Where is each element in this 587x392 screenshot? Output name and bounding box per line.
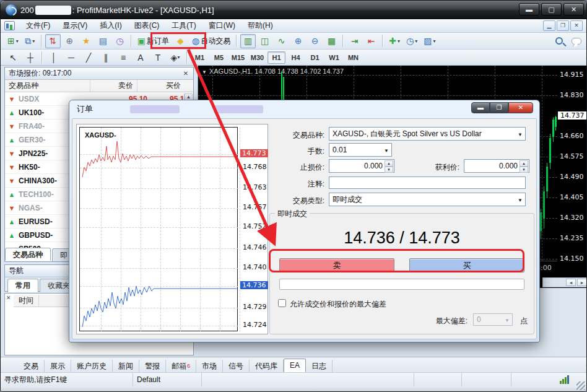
- line-chart-button[interactable]: ∿: [274, 34, 289, 48]
- menu-item-6[interactable]: 帮助(H): [241, 19, 279, 32]
- symbol-select[interactable]: XAGUSD-, 白银美元 Spot Silver vs US Dollar▼: [329, 127, 526, 141]
- spin-up-icon[interactable]: ▲: [520, 160, 528, 167]
- chart-close-button[interactable]: ✕: [570, 20, 583, 31]
- profiles-button[interactable]: ⧉▾: [22, 34, 38, 48]
- indicators-button[interactable]: ✚▾: [386, 34, 402, 48]
- vertical-line-tool[interactable]: │: [46, 51, 62, 64]
- window-close-button[interactable]: ✕: [563, 3, 584, 15]
- new-chart-button[interactable]: ⊞▾: [5, 34, 21, 48]
- expert-library-button[interactable]: ◆: [173, 34, 188, 48]
- column-ask[interactable]: 买价: [137, 80, 185, 92]
- timeframe-M15[interactable]: M15: [229, 51, 247, 64]
- status-profile[interactable]: Default: [133, 373, 202, 386]
- zoom-in-button[interactable]: ⊕: [290, 34, 306, 48]
- periods-button[interactable]: ◷▾: [404, 34, 420, 48]
- horizontal-line-tool[interactable]: ─: [63, 51, 79, 64]
- comment-input[interactable]: [329, 176, 526, 189]
- points-unit-label: 点: [520, 316, 528, 326]
- terminal-tab-邮箱[interactable]: 邮箱6: [166, 360, 196, 372]
- new-order-button[interactable]: ▣新订单: [135, 34, 172, 48]
- stop-loss-stepper[interactable]: 0.000 ▲▼: [329, 159, 394, 173]
- chart-shift-button[interactable]: ⇤: [363, 34, 379, 48]
- max-deviation-checkbox[interactable]: [278, 299, 286, 307]
- terminal-tab-展示[interactable]: 展示: [45, 360, 71, 372]
- cursor-tool[interactable]: ↖: [5, 51, 21, 64]
- resize-grip[interactable]: [576, 381, 585, 390]
- chart-restore-button[interactable]: ❐: [557, 20, 569, 31]
- timeframe-M5[interactable]: M5: [210, 51, 228, 64]
- column-bid[interactable]: 卖价: [90, 80, 137, 92]
- window-maximize-button[interactable]: ▢: [541, 3, 562, 15]
- timeframe-H4[interactable]: H4: [287, 51, 305, 64]
- timeframe-M30[interactable]: M30: [248, 51, 266, 64]
- timeframe-W1[interactable]: W1: [325, 51, 343, 64]
- order-type-select[interactable]: 即时成交▼: [329, 193, 526, 206]
- chart-selector-icon[interactable]: ▼: [202, 69, 207, 75]
- dialog-restore-button[interactable]: ❐: [490, 102, 508, 113]
- auto-scroll-button[interactable]: ⇥: [347, 34, 362, 48]
- candlestick-chart-button[interactable]: ◫: [257, 34, 272, 48]
- buy-button[interactable]: 买: [409, 258, 524, 272]
- channel-tool[interactable]: ∥: [98, 51, 114, 64]
- scroll-right-icon[interactable]: ►: [577, 279, 587, 286]
- menu-item-1[interactable]: 显示(V): [56, 19, 93, 32]
- terminal-close-icon[interactable]: ✕: [6, 295, 11, 301]
- navigator-title: 导航: [9, 266, 24, 276]
- tab-symbols[interactable]: 交易品种: [5, 248, 51, 261]
- shapes-tool[interactable]: ◈▾: [167, 51, 183, 64]
- order-dialog-titlebar[interactable]: 订单 ▬ ❐ ✕: [69, 100, 539, 118]
- data-window-button[interactable]: ▤: [95, 34, 111, 48]
- column-symbol[interactable]: 交易品种: [5, 80, 90, 92]
- search-icon[interactable]: [555, 37, 563, 45]
- text-tool[interactable]: A: [133, 51, 149, 64]
- fibonacci-tool[interactable]: ≡: [115, 51, 131, 64]
- scroll-left-icon[interactable]: ◄: [566, 279, 576, 286]
- terminal-tab-市场[interactable]: 市场: [196, 360, 223, 372]
- timeframe-MN[interactable]: MN: [344, 51, 362, 64]
- zoom-out-button[interactable]: ⊖: [307, 34, 323, 48]
- crosshair-tool[interactable]: ┼: [22, 51, 38, 64]
- auto-trading-button[interactable]: ◍自动交易: [189, 34, 233, 48]
- terminal-tab-账户历史[interactable]: 账户历史: [71, 360, 113, 372]
- window-minimize-button[interactable]: ▬: [519, 3, 539, 15]
- terminal-tab-代码库[interactable]: 代码库: [250, 360, 284, 372]
- dialog-minimize-button[interactable]: ▬: [471, 102, 490, 113]
- timeframe-D1[interactable]: D1: [306, 51, 324, 64]
- timeframe-M1[interactable]: M1: [191, 51, 209, 64]
- lots-select[interactable]: 0.01▼: [329, 143, 392, 157]
- spin-down-icon[interactable]: ▼: [385, 167, 393, 173]
- menu-item-5[interactable]: 窗口(W): [202, 19, 241, 32]
- terminal-tab-日志[interactable]: 日志: [306, 360, 333, 372]
- crosshair-target-button[interactable]: ⊕: [62, 34, 77, 48]
- menu-item-0[interactable]: 文件(F): [20, 19, 56, 32]
- chat-icon[interactable]: [572, 38, 581, 45]
- tick-axis-label: 14.724: [243, 321, 267, 329]
- market-watch-close-icon[interactable]: ✕: [182, 70, 189, 77]
- history-center-button[interactable]: ◷: [112, 34, 128, 48]
- spin-up-icon[interactable]: ▲: [385, 160, 393, 167]
- menu-item-4[interactable]: 工具(T): [165, 19, 202, 32]
- dialog-close-button[interactable]: ✕: [508, 102, 533, 113]
- tick-updown-button[interactable]: ⇅: [45, 34, 61, 48]
- trendline-tool[interactable]: ╱: [80, 51, 97, 64]
- templates-button[interactable]: ▨▾: [421, 34, 438, 48]
- chart-scrollbar[interactable]: ◄ ►: [542, 277, 587, 287]
- sell-button[interactable]: 卖: [279, 258, 394, 272]
- menu-item-2[interactable]: 插入(I): [93, 19, 128, 32]
- chart-minimize-button[interactable]: ▁: [543, 20, 555, 31]
- menu-item-3[interactable]: 图表(C): [128, 19, 166, 32]
- tab-common[interactable]: 常用: [7, 279, 38, 292]
- column-time[interactable]: 时间: [14, 295, 39, 307]
- terminal-tab-新闻[interactable]: 新闻: [113, 360, 139, 372]
- bar-chart-button[interactable]: ▥: [240, 34, 256, 48]
- terminal-tab-交易[interactable]: 交易: [18, 360, 45, 372]
- take-profit-stepper[interactable]: 0.000 ▲▼: [464, 159, 529, 173]
- symbols-folder-button[interactable]: ★: [79, 34, 94, 48]
- label-tool[interactable]: T: [150, 51, 166, 64]
- spin-down-icon[interactable]: ▼: [520, 167, 528, 173]
- tile-windows-button[interactable]: ▦: [324, 34, 339, 48]
- terminal-tab-EA[interactable]: EA: [284, 359, 306, 372]
- terminal-tab-警报[interactable]: 警报: [139, 360, 166, 372]
- terminal-tab-信号[interactable]: 信号: [223, 360, 250, 372]
- timeframe-H1[interactable]: H1: [267, 51, 285, 64]
